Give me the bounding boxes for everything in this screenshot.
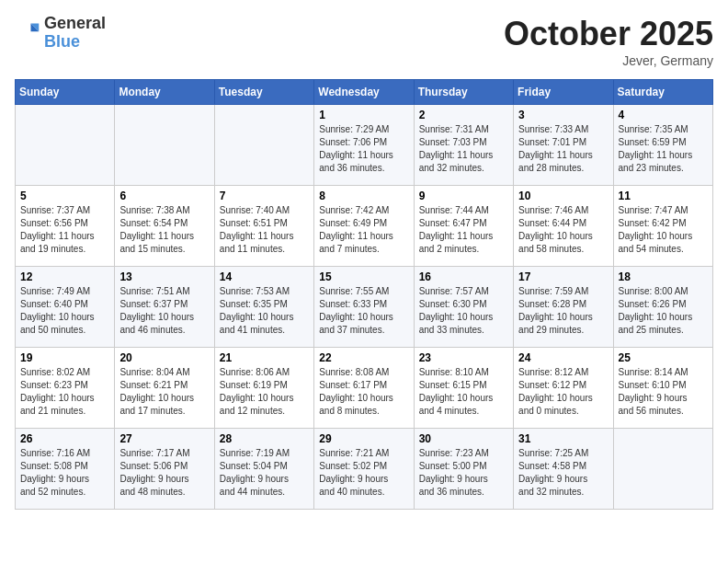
day-number: 7: [220, 190, 309, 202]
day-info: Sunrise: 8:10 AM Sunset: 6:15 PM Dayligh…: [419, 366, 508, 418]
calendar-cell: 12Sunrise: 7:49 AM Sunset: 6:40 PM Dayli…: [16, 267, 115, 348]
calendar-cell: [214, 105, 313, 186]
calendar-cell: 1Sunrise: 7:29 AM Sunset: 7:06 PM Daylig…: [314, 105, 414, 186]
day-number: 28: [220, 432, 309, 445]
calendar-cell: 31Sunrise: 7:25 AM Sunset: 4:58 PM Dayli…: [514, 429, 613, 510]
day-number: 22: [319, 351, 408, 364]
day-info: Sunrise: 7:59 AM Sunset: 6:28 PM Dayligh…: [518, 285, 608, 337]
day-info: Sunrise: 7:46 AM Sunset: 6:44 PM Dayligh…: [518, 204, 608, 256]
calendar-cell: [613, 429, 712, 510]
calendar-cell: 13Sunrise: 7:51 AM Sunset: 6:37 PM Dayli…: [115, 267, 214, 348]
day-number: 19: [20, 351, 109, 364]
day-number: 6: [119, 190, 209, 202]
calendar-cell: 18Sunrise: 8:00 AM Sunset: 6:26 PM Dayli…: [613, 267, 712, 348]
day-info: Sunrise: 7:29 AM Sunset: 7:06 PM Dayligh…: [319, 123, 408, 175]
logo-line2: Blue: [44, 33, 106, 52]
day-info: Sunrise: 7:19 AM Sunset: 5:04 PM Dayligh…: [220, 447, 309, 499]
logo-icon: [15, 20, 40, 46]
day-info: Sunrise: 7:23 AM Sunset: 5:00 PM Dayligh…: [419, 447, 508, 499]
day-info: Sunrise: 7:37 AM Sunset: 6:56 PM Dayligh…: [20, 204, 109, 256]
weekday-header: Sunday: [16, 80, 115, 105]
day-number: 27: [119, 432, 209, 445]
day-number: 14: [220, 270, 309, 283]
calendar-cell: 2Sunrise: 7:31 AM Sunset: 7:03 PM Daylig…: [414, 105, 513, 186]
calendar-cell: 6Sunrise: 7:38 AM Sunset: 6:54 PM Daylig…: [115, 186, 214, 267]
day-info: Sunrise: 7:53 AM Sunset: 6:35 PM Dayligh…: [220, 285, 309, 337]
day-info: Sunrise: 7:25 AM Sunset: 4:58 PM Dayligh…: [518, 447, 608, 499]
calendar-cell: [115, 105, 214, 186]
logo-text: General Blue: [44, 15, 106, 52]
day-number: 24: [518, 351, 608, 364]
weekday-header-row: SundayMondayTuesdayWednesdayThursdayFrid…: [16, 80, 713, 105]
calendar-cell: 22Sunrise: 8:08 AM Sunset: 6:17 PM Dayli…: [314, 348, 414, 429]
calendar-cell: 20Sunrise: 8:04 AM Sunset: 6:21 PM Dayli…: [115, 348, 214, 429]
day-number: 29: [319, 432, 408, 445]
day-number: 8: [319, 190, 408, 202]
day-number: 15: [319, 270, 408, 283]
day-number: 5: [20, 190, 109, 202]
day-number: 21: [220, 351, 309, 364]
calendar-cell: 3Sunrise: 7:33 AM Sunset: 7:01 PM Daylig…: [514, 105, 613, 186]
day-info: Sunrise: 7:17 AM Sunset: 5:06 PM Dayligh…: [119, 447, 209, 499]
page-header: General Blue October 2025 Jever, Germany: [15, 15, 713, 68]
calendar-cell: 8Sunrise: 7:42 AM Sunset: 6:49 PM Daylig…: [314, 186, 414, 267]
day-number: 12: [20, 270, 109, 283]
day-number: 4: [619, 109, 708, 121]
month-title: October 2025: [504, 15, 713, 53]
day-info: Sunrise: 7:16 AM Sunset: 5:08 PM Dayligh…: [20, 447, 109, 499]
weekday-header: Friday: [514, 80, 613, 105]
calendar-cell: 24Sunrise: 8:12 AM Sunset: 6:12 PM Dayli…: [514, 348, 613, 429]
calendar-cell: 7Sunrise: 7:40 AM Sunset: 6:51 PM Daylig…: [214, 186, 313, 267]
weekday-header: Tuesday: [214, 80, 313, 105]
calendar-cell: 11Sunrise: 7:47 AM Sunset: 6:42 PM Dayli…: [613, 186, 712, 267]
day-number: 31: [518, 432, 608, 445]
calendar-week-row: 1Sunrise: 7:29 AM Sunset: 7:06 PM Daylig…: [16, 105, 713, 186]
calendar-cell: 5Sunrise: 7:37 AM Sunset: 6:56 PM Daylig…: [16, 186, 115, 267]
day-number: 25: [619, 351, 708, 364]
weekday-header: Wednesday: [314, 80, 414, 105]
day-number: 1: [319, 109, 408, 121]
day-info: Sunrise: 7:21 AM Sunset: 5:02 PM Dayligh…: [319, 447, 408, 499]
logo: General Blue: [15, 15, 106, 52]
day-info: Sunrise: 8:06 AM Sunset: 6:19 PM Dayligh…: [220, 366, 309, 418]
calendar-cell: 30Sunrise: 7:23 AM Sunset: 5:00 PM Dayli…: [414, 429, 513, 510]
day-number: 2: [419, 109, 508, 121]
day-number: 30: [419, 432, 508, 445]
day-info: Sunrise: 8:04 AM Sunset: 6:21 PM Dayligh…: [119, 366, 209, 418]
calendar-cell: 23Sunrise: 8:10 AM Sunset: 6:15 PM Dayli…: [414, 348, 513, 429]
day-info: Sunrise: 7:49 AM Sunset: 6:40 PM Dayligh…: [20, 285, 109, 337]
calendar-cell: 17Sunrise: 7:59 AM Sunset: 6:28 PM Dayli…: [514, 267, 613, 348]
day-info: Sunrise: 7:47 AM Sunset: 6:42 PM Dayligh…: [619, 204, 708, 256]
day-number: 9: [419, 190, 508, 202]
day-info: Sunrise: 8:02 AM Sunset: 6:23 PM Dayligh…: [20, 366, 109, 418]
day-info: Sunrise: 7:57 AM Sunset: 6:30 PM Dayligh…: [419, 285, 508, 337]
day-info: Sunrise: 8:08 AM Sunset: 6:17 PM Dayligh…: [319, 366, 408, 418]
day-number: 10: [518, 190, 608, 202]
calendar-cell: 9Sunrise: 7:44 AM Sunset: 6:47 PM Daylig…: [414, 186, 513, 267]
day-info: Sunrise: 7:31 AM Sunset: 7:03 PM Dayligh…: [419, 123, 508, 175]
weekday-header: Thursday: [414, 80, 513, 105]
calendar-cell: 19Sunrise: 8:02 AM Sunset: 6:23 PM Dayli…: [16, 348, 115, 429]
calendar-cell: 10Sunrise: 7:46 AM Sunset: 6:44 PM Dayli…: [514, 186, 613, 267]
weekday-header: Saturday: [613, 80, 712, 105]
day-info: Sunrise: 7:35 AM Sunset: 6:59 PM Dayligh…: [619, 123, 708, 175]
location: Jever, Germany: [504, 53, 713, 68]
day-number: 23: [419, 351, 508, 364]
calendar-cell: 25Sunrise: 8:14 AM Sunset: 6:10 PM Dayli…: [613, 348, 712, 429]
day-info: Sunrise: 7:40 AM Sunset: 6:51 PM Dayligh…: [220, 204, 309, 256]
day-number: 13: [119, 270, 209, 283]
day-info: Sunrise: 7:44 AM Sunset: 6:47 PM Dayligh…: [419, 204, 508, 256]
day-info: Sunrise: 7:55 AM Sunset: 6:33 PM Dayligh…: [319, 285, 408, 337]
day-number: 17: [518, 270, 608, 283]
calendar-week-row: 19Sunrise: 8:02 AM Sunset: 6:23 PM Dayli…: [16, 348, 713, 429]
calendar-week-row: 26Sunrise: 7:16 AM Sunset: 5:08 PM Dayli…: [16, 429, 713, 510]
calendar-cell: 4Sunrise: 7:35 AM Sunset: 6:59 PM Daylig…: [613, 105, 712, 186]
day-number: 18: [619, 270, 708, 283]
day-info: Sunrise: 8:14 AM Sunset: 6:10 PM Dayligh…: [619, 366, 708, 418]
weekday-header: Monday: [115, 80, 214, 105]
day-info: Sunrise: 7:51 AM Sunset: 6:37 PM Dayligh…: [119, 285, 209, 337]
calendar-table: SundayMondayTuesdayWednesdayThursdayFrid…: [15, 79, 713, 510]
day-number: 16: [419, 270, 508, 283]
title-block: October 2025 Jever, Germany: [504, 15, 713, 68]
calendar-cell: 16Sunrise: 7:57 AM Sunset: 6:30 PM Dayli…: [414, 267, 513, 348]
